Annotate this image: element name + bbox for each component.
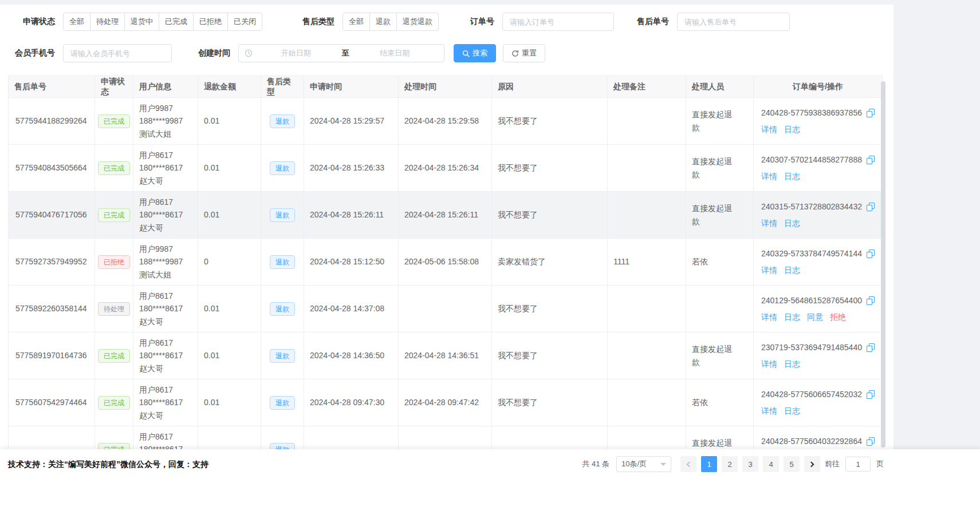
cell-user-info: 用户8617180****8617赵大哥: [133, 426, 198, 450]
status-option-4[interactable]: 已拒绝: [193, 13, 228, 31]
cell-status: 已拒绝: [95, 239, 133, 286]
page-size-select[interactable]: 10条/页: [616, 456, 671, 472]
action-approve[interactable]: 同意: [807, 312, 823, 322]
type-badge: 退款: [270, 349, 295, 363]
reset-button[interactable]: 重置: [503, 44, 545, 62]
table-body: 5775944188299264 已完成 用户9987188****9987测试…: [9, 98, 883, 450]
status-option-0[interactable]: 全部: [63, 13, 90, 31]
action-detail[interactable]: 详情: [761, 406, 777, 415]
order-number: 240428-5775604032292864: [761, 435, 862, 447]
col-header-refund-amount: 退款金额: [198, 76, 261, 98]
order-no-input[interactable]: [502, 13, 614, 31]
action-log[interactable]: 日志: [784, 266, 800, 275]
cell-reason: 卖家发错货了: [492, 239, 608, 286]
cell-handle-time: [399, 286, 492, 332]
phone-input[interactable]: [63, 44, 172, 62]
cell-handle-time: 2024-04-28 15:26:11: [399, 192, 492, 239]
action-log[interactable]: 日志: [784, 312, 800, 322]
cell-user-info: 用户8617180****8617赵大哥: [133, 379, 198, 426]
action-log[interactable]: 日志: [784, 172, 800, 181]
col-header-type: 售后类型: [261, 76, 304, 98]
order-number: 240307-5702144858277888: [761, 153, 862, 166]
clock-icon: [245, 49, 253, 57]
cell-handler: 直接发起退款: [686, 192, 754, 239]
type-option-0[interactable]: 全部: [343, 13, 370, 31]
after-sale-no-filter: 售后单号: [637, 13, 790, 31]
cell-status: 已完成: [95, 332, 133, 379]
cell-status: 待处理: [95, 286, 133, 332]
cell-order-actions: 240307-5702144858277888 详情日志: [754, 145, 883, 192]
type-badge: 退款: [270, 208, 295, 222]
pager-list: 12345: [699, 456, 802, 472]
cell-after-sale-no: 5775940476717056: [9, 192, 95, 239]
order-number: 240129-5648615287654400: [761, 294, 862, 307]
page-button-5[interactable]: 5: [784, 456, 800, 472]
cell-remark: 1111: [608, 239, 686, 286]
cell-reason: 我不想要了: [492, 145, 608, 192]
goto-label: 前往: [825, 459, 840, 469]
cell-reason: 我不想要了: [492, 98, 608, 145]
action-log[interactable]: 日志: [784, 359, 800, 369]
action-detail[interactable]: 详情: [761, 266, 777, 275]
goto-page-input[interactable]: [845, 457, 871, 472]
page-button-1[interactable]: 1: [701, 456, 717, 472]
copy-icon[interactable]: [867, 437, 875, 446]
cell-status: 已完成: [95, 426, 133, 450]
cell-apply-time: 2024-04-28 15:29:57: [304, 98, 399, 145]
table-row: 5775940476717056 已完成 用户8617180****8617赵大…: [9, 192, 883, 239]
status-badge: 已完成: [98, 208, 130, 222]
copy-icon[interactable]: [867, 156, 875, 164]
action-detail[interactable]: 详情: [761, 312, 777, 322]
action-detail[interactable]: 详情: [761, 125, 777, 134]
create-time-filter: 创建时间 开始日期 至 结束日期: [198, 44, 444, 62]
status-option-3[interactable]: 已完成: [159, 13, 194, 31]
action-reject[interactable]: 拒绝: [830, 312, 846, 322]
status-badge: 已拒绝: [98, 255, 130, 269]
cell-refund-amount: [198, 426, 261, 450]
action-log[interactable]: 日志: [784, 219, 800, 228]
action-log[interactable]: 日志: [784, 125, 800, 134]
copy-icon[interactable]: [867, 249, 875, 258]
cell-after-sale-no: 5775891970164736: [9, 332, 95, 379]
type-badge: 退款: [270, 443, 295, 450]
copy-icon[interactable]: [867, 203, 875, 211]
cell-type: 退款: [261, 239, 304, 286]
end-date-input[interactable]: 结束日期: [352, 48, 439, 58]
copy-icon[interactable]: [867, 296, 875, 305]
prev-page-button[interactable]: [680, 456, 696, 472]
type-option-2[interactable]: 退货退款: [396, 13, 439, 31]
cell-remark: [608, 286, 686, 332]
search-icon: [462, 50, 470, 57]
cell-apply-time: 2024-04-28 14:36:50: [304, 332, 399, 379]
copy-icon[interactable]: [867, 390, 875, 399]
page-button-4[interactable]: 4: [763, 456, 779, 472]
after-sale-no-label: 售后单号: [637, 17, 669, 27]
page-button-3[interactable]: 3: [742, 456, 758, 472]
vertical-scrollbar[interactable]: [881, 81, 885, 447]
cell-order-actions: 240129-5648615287654400 详情日志同意拒绝: [754, 286, 883, 332]
action-detail[interactable]: 详情: [761, 219, 777, 228]
status-option-2[interactable]: 退货中: [124, 13, 159, 31]
type-filter: 售后类型 全部退款退货退款: [302, 13, 439, 31]
col-header-user-info: 用户信息: [133, 76, 198, 98]
action-detail[interactable]: 详情: [761, 172, 777, 181]
cell-handle-time: 2024-04-28 14:36:51: [399, 332, 492, 379]
action-detail[interactable]: 详情: [761, 359, 777, 369]
after-sale-no-input[interactable]: [677, 13, 790, 31]
status-option-1[interactable]: 待处理: [90, 13, 125, 31]
start-date-input[interactable]: 开始日期: [253, 48, 340, 58]
search-button[interactable]: 搜索: [454, 44, 496, 62]
order-number: 240329-5733784749574144: [761, 247, 862, 260]
status-filter-group: 全部待处理退货中已完成已拒绝已关闭: [63, 13, 262, 31]
copy-icon[interactable]: [867, 343, 875, 352]
action-log[interactable]: 日志: [784, 406, 800, 415]
page-button-2[interactable]: 2: [722, 456, 738, 472]
create-time-label: 创建时间: [198, 48, 230, 58]
create-time-range-picker[interactable]: 开始日期 至 结束日期: [238, 44, 444, 62]
cell-type: 退款: [261, 379, 304, 426]
type-option-1[interactable]: 退款: [369, 13, 397, 31]
copy-icon[interactable]: [867, 109, 875, 117]
status-option-5[interactable]: 已关闭: [227, 13, 262, 31]
cell-handle-time: [399, 426, 492, 450]
next-page-button[interactable]: [804, 456, 820, 472]
